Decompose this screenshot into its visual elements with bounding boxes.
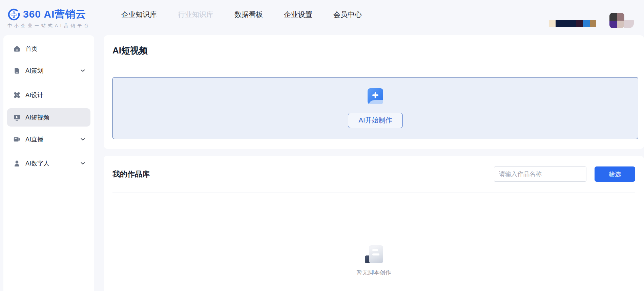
empty-state: 暂无脚本创作	[112, 245, 635, 276]
top-navigation: 企业知识库 行业知识库 数据看板 企业设置 会员中心	[121, 0, 362, 29]
library-card: 我的作品库 筛选 暂无脚本创作	[104, 156, 644, 291]
banner-segment	[549, 20, 556, 27]
sidebar-item-label: AI数字人	[25, 159, 49, 167]
sidebar-item-ai-short-video[interactable]: AI短视频	[7, 108, 90, 127]
avatar-tile	[617, 13, 624, 21]
empty-script-icon	[365, 245, 383, 264]
chevron-down-icon	[81, 69, 85, 72]
page-title: AI短视频	[112, 35, 638, 56]
camera-icon	[13, 136, 21, 143]
divider	[112, 69, 638, 69]
logo-360-icon	[7, 8, 20, 21]
sidebar: 首页 AI策划 AI设计	[3, 35, 94, 291]
sidebar-item-ai-digital-human[interactable]: AI数字人	[7, 154, 90, 173]
sidebar-item-home[interactable]: 首页	[7, 40, 90, 58]
design-icon	[13, 91, 21, 99]
video-icon	[13, 114, 21, 121]
logo-wordmark: 360 AI营销云	[23, 7, 86, 21]
library-header: 我的作品库 筛选	[112, 166, 635, 182]
nav-enterprise-knowledge[interactable]: 企业知识库	[121, 10, 157, 19]
avatar-tile	[609, 13, 617, 21]
sidebar-item-label: AI直播	[25, 135, 43, 143]
top-header: 360 AI营销云 中小企业一站式AI营销平台 企业知识库 行业知识库 数据看板…	[0, 0, 644, 35]
library-title: 我的作品库	[112, 169, 150, 179]
sidebar-item-label: AI短视频	[25, 113, 49, 121]
divider	[112, 193, 635, 193]
membership-banner[interactable]	[549, 20, 596, 27]
chevron-down-icon	[81, 162, 85, 165]
ai-start-create-button[interactable]: AI开始制作	[348, 113, 403, 128]
banner-segment	[576, 20, 583, 27]
empty-state-text: 暂无脚本创作	[357, 269, 391, 276]
nav-data-dashboard[interactable]: 数据看板	[234, 10, 263, 19]
banner-segment	[556, 20, 576, 27]
sidebar-item-label: AI策划	[25, 67, 43, 75]
add-document-icon	[367, 88, 383, 107]
sidebar-item-ai-planning[interactable]: AI策划	[7, 62, 90, 80]
avatar-tile	[609, 21, 617, 28]
avatar-edge	[624, 20, 634, 28]
person-icon	[13, 160, 21, 167]
sidebar-item-ai-design[interactable]: AI设计	[7, 86, 90, 104]
banner-segment	[590, 20, 596, 27]
avatar-tile	[617, 21, 624, 28]
sidebar-item-label: 首页	[25, 45, 38, 53]
create-card: AI短视频 AI开始制作	[104, 35, 644, 149]
sidebar-item-ai-live[interactable]: AI直播	[7, 130, 90, 149]
filter-button[interactable]: 筛选	[595, 166, 635, 182]
nav-enterprise-settings[interactable]: 企业设置	[284, 10, 312, 19]
create-area: AI开始制作	[112, 77, 638, 139]
main-content: AI短视频 AI开始制作 我的作品库	[104, 35, 644, 291]
app-logo[interactable]: 360 AI营销云 中小企业一站式AI营销平台	[7, 7, 91, 29]
logo-tagline: 中小企业一站式AI营销平台	[7, 23, 91, 29]
sidebar-item-label: AI设计	[25, 91, 43, 99]
nav-industry-knowledge[interactable]: 行业知识库	[178, 10, 213, 19]
book-icon	[13, 67, 21, 74]
user-avatar[interactable]	[609, 13, 624, 28]
nav-member-center[interactable]: 会员中心	[333, 10, 362, 19]
banner-segment	[583, 20, 590, 27]
home-icon	[13, 45, 21, 52]
search-input[interactable]	[494, 166, 586, 182]
chevron-down-icon	[81, 138, 85, 141]
